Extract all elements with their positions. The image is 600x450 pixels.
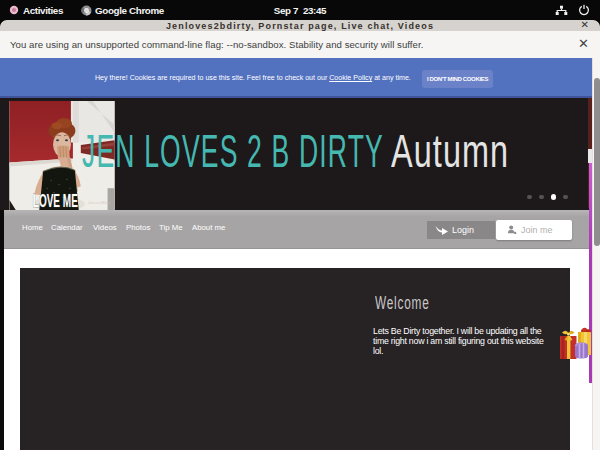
svg-text:JenLuvs2BDirty: JenLuvs2BDirty (88, 201, 111, 205)
svg-text:LOVE ME: LOVE ME (33, 191, 78, 210)
